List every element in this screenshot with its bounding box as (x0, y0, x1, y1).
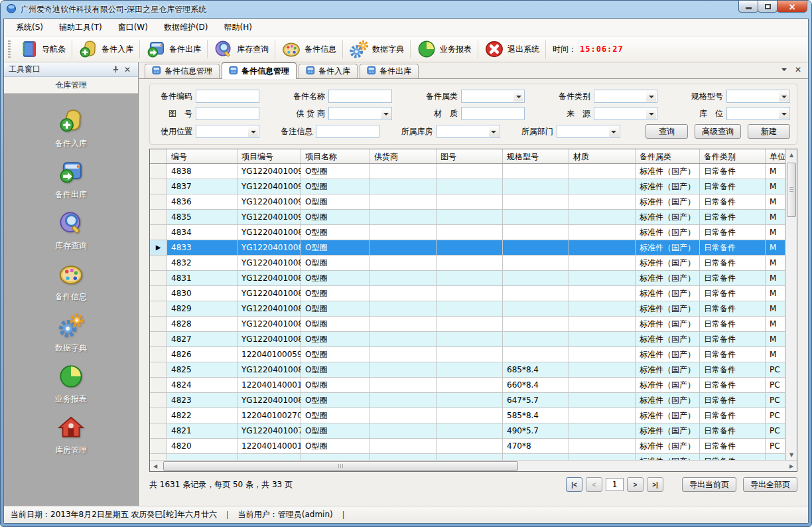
menu-item-1[interactable]: 辅助工具(T) (51, 19, 110, 37)
search-combo-r3c1[interactable] (196, 125, 259, 138)
export-current-page-button[interactable]: 导出当前页 (682, 477, 736, 492)
row-indicator (150, 271, 167, 286)
last-page-button[interactable]: >| (647, 477, 663, 492)
vertical-scrollbar[interactable]: ▲ ▼ (785, 149, 797, 460)
table-row[interactable]: 4837YG12204010092O型圈标准件（国产）日常备件M (150, 179, 785, 194)
table-row-partial[interactable]: 标准件（国产）日常备件 (150, 454, 785, 460)
search-combo-r1c3[interactable] (461, 90, 525, 103)
grid-column-header-1[interactable]: 项目编号 (237, 149, 301, 163)
vertical-scroll-thumb[interactable] (787, 163, 796, 217)
scroll-down-icon[interactable]: ▼ (786, 449, 797, 460)
sidebar-item-6[interactable]: 库房管理 (55, 414, 87, 456)
table-row[interactable]: 4834YG12204010089O型圈标准件（国产）日常备件M (150, 225, 785, 240)
sidebar-item-5[interactable]: 业务报表 (55, 363, 87, 405)
first-page-button[interactable]: |< (566, 477, 582, 492)
grid-column-header-3[interactable]: 供货商 (370, 149, 437, 163)
search-combo-r3c3[interactable] (437, 125, 500, 138)
table-row[interactable]: 4831YG12204010086O型圈标准件（国产）日常备件M (150, 271, 785, 286)
search-field-label: 供 货 商 (289, 108, 325, 119)
table-row[interactable]: 4838YG12204010093O型圈标准件（国产）日常备件M (150, 164, 785, 179)
table-row[interactable]: 4836YG12204010091O型圈标准件（国产）日常备件M (150, 194, 785, 210)
scroll-up-icon[interactable]: ▲ (786, 149, 797, 160)
search-combo-r1c4[interactable] (594, 90, 657, 103)
advanced-query-button[interactable]: 高级查询 (695, 124, 741, 139)
search-input-r1c1[interactable] (196, 90, 259, 103)
tab-list-dropdown-icon[interactable] (781, 68, 787, 74)
table-row[interactable]: 4835YG12204010090O型圈标准件（国产）日常备件M (150, 210, 785, 225)
table-row[interactable]: 4830YG12204010085O型圈标准件（国产）日常备件M (150, 286, 785, 301)
sidebar-section-header[interactable]: 仓库管理 (4, 77, 138, 94)
table-row[interactable]: 48221220401002700O型圈585*8.4标准件（国产）日常备件PC (150, 408, 785, 423)
search-input-r2c1[interactable] (196, 107, 259, 120)
table-row[interactable]: 48201220401400013O型圈470*8标准件（国产）日常备件PC (150, 439, 785, 454)
table-row[interactable]: 4825YG12204010081O型圈685*8.4标准件（国产）日常备件PC (150, 362, 785, 378)
page-input[interactable] (606, 478, 624, 491)
grid-column-header-9[interactable]: 单位 (766, 149, 785, 163)
grid-column-header-2[interactable]: 项目名称 (301, 149, 370, 163)
tab-2[interactable]: 备件入库 (299, 64, 358, 78)
grid-column-header-8[interactable]: 备件类别 (700, 149, 766, 163)
toolbar-item-3[interactable]: 库存查询 (209, 38, 273, 60)
menu-item-4[interactable]: 帮助(H) (216, 19, 260, 37)
menu-item-0[interactable]: 系统(S) (8, 19, 51, 37)
grid-column-header-7[interactable]: 备件属类 (636, 149, 700, 163)
menu-item-2[interactable]: 窗口(W) (110, 19, 156, 37)
table-row[interactable]: ▶4833YG12204010088O型圈标准件（国产）日常备件M (150, 240, 785, 256)
search-combo-r2c2[interactable] (328, 107, 392, 120)
table-row[interactable]: 4827YG12204010082O型圈标准件（国产）日常备件M (150, 332, 785, 347)
toolbar-item-7[interactable]: 退出系统 (480, 38, 544, 60)
toolbar-item-0[interactable]: 导航条 (14, 38, 70, 60)
close-button[interactable]: × (777, 0, 807, 13)
search-combo-r1c5[interactable] (726, 90, 790, 103)
table-row[interactable]: 48241220401400012O型圈660*8.4标准件（国产）日常备件PC (150, 378, 785, 393)
tab-1[interactable]: 备件信息管理 (222, 62, 297, 79)
toolbar-item-2[interactable]: 备件出库 (141, 38, 206, 60)
pagination-bar: 共 1631 条记录，每页 50 条，共 33 页 |<< >>| 导出当前页 … (149, 475, 797, 494)
search-input-r1c2[interactable] (328, 90, 392, 103)
table-row[interactable]: 4821YG12204010079O型圈490*5.7标准件（国产）日常备件PC (150, 423, 785, 439)
export-all-pages-button[interactable]: 导出全部页 (743, 477, 797, 492)
table-row[interactable]: 4829YG12204010084O型圈标准件（国产）日常备件M (150, 301, 785, 317)
minimize-button[interactable] (738, 0, 758, 13)
next-page-button[interactable]: > (627, 477, 643, 492)
horizontal-scrollbar[interactable]: ◀ ▶ (150, 460, 797, 471)
toolbar-item-5[interactable]: 数据字典 (344, 38, 409, 60)
sidebar-item-3[interactable]: 备件信息 (55, 261, 87, 303)
new-button[interactable]: 新建 (748, 124, 790, 139)
grid-column-header-5[interactable]: 规格型号 (503, 149, 569, 163)
tab-0[interactable]: 备件信息管理 (145, 64, 220, 78)
search-input-r3c2[interactable] (316, 125, 379, 138)
query-button[interactable]: 查询 (645, 124, 688, 139)
sidebar-item-1[interactable]: 备件出库 (55, 159, 87, 200)
search-field-label: 规格型号 (687, 91, 723, 102)
sidebar-item-4[interactable]: 数据字典 (55, 312, 87, 354)
sidebar-close-icon[interactable]: ✕ (121, 65, 133, 74)
search-combo-r2c5[interactable] (726, 107, 790, 120)
scroll-right-icon[interactable]: ▶ (786, 461, 797, 471)
menu-item-3[interactable]: 数据维护(D) (156, 19, 216, 37)
toolbar-item-1[interactable]: 备件入库 (74, 38, 138, 60)
row-indicator (150, 179, 167, 194)
grid-column-header-4[interactable]: 图号 (437, 149, 503, 163)
search-input-r2c3[interactable] (461, 107, 525, 120)
prev-page-button[interactable]: < (586, 477, 602, 492)
scroll-left-icon[interactable]: ◀ (150, 461, 161, 471)
grid-column-header-6[interactable]: 材质 (569, 149, 636, 163)
sidebar-item-2[interactable]: 库存查询 (55, 210, 87, 252)
sidebar-item-0[interactable]: 备件入库 (55, 108, 87, 149)
table-row[interactable]: 4823YG12204010080O型圈647*5.7标准件（国产）日常备件PC (150, 393, 785, 408)
table-row[interactable]: 4832YG12204010087O型圈标准件（国产）日常备件M (150, 256, 785, 271)
grid-column-header-0[interactable]: 编号 (167, 149, 237, 163)
table-row[interactable]: 48261220401000599O型圈标准件（国产）日常备件M (150, 347, 785, 362)
toolbar-item-4[interactable]: 备件信息 (277, 38, 341, 60)
pin-icon[interactable] (109, 66, 121, 73)
search-combo-r2c4[interactable] (594, 107, 657, 120)
tab-close-icon[interactable]: ✕ (795, 65, 801, 74)
toolbar-grip[interactable] (8, 40, 11, 58)
maximize-button[interactable] (758, 0, 778, 13)
search-combo-r3c4[interactable] (557, 125, 620, 138)
toolbar-item-6[interactable]: 业务报表 (412, 38, 476, 60)
table-row[interactable]: 4828YG12204010083O型圈标准件（国产）日常备件M (150, 317, 785, 332)
tab-3[interactable]: 备件出库 (360, 64, 419, 78)
horizontal-scroll-thumb[interactable] (163, 461, 518, 471)
